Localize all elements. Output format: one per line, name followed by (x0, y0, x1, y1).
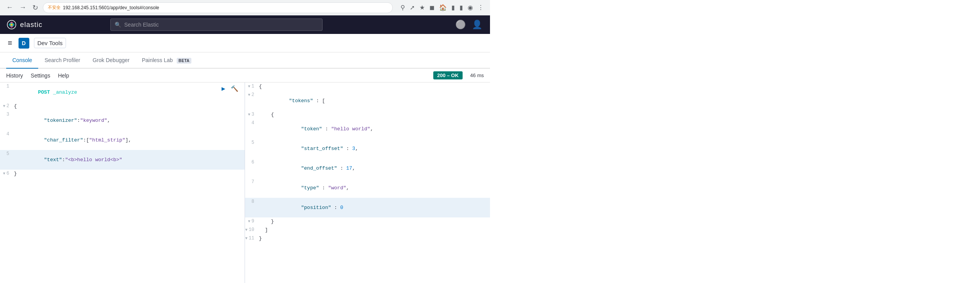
response-line-11: ▼ 11 } (245, 234, 490, 243)
resp-fold-icon-10[interactable]: ▼ (245, 228, 248, 232)
search-icon: 🔍 (115, 22, 121, 28)
resp-line-number-2: ▼ 2 (245, 91, 259, 98)
resp-content-6: "end_offset" : 17, (259, 159, 490, 178)
editor-content-1: POST _analyze (14, 83, 245, 102)
line-number-6: ▼ 6 (0, 170, 14, 176)
response-line-1: ▼ 1 { (245, 83, 490, 91)
resp-content-10: ] (259, 226, 490, 234)
elastic-logo-text: elastic (20, 21, 42, 29)
resp-fold-icon-1[interactable]: ▼ (248, 84, 250, 89)
resp-content-11: } (259, 235, 490, 242)
share-button[interactable]: ➚ (408, 2, 416, 13)
response-pane: ▼ 1 { ▼ 2 "tokens" : [ ▼ 3 { 4 (245, 83, 490, 283)
layout-button[interactable]: ▮ (458, 2, 465, 13)
search-placeholder: Search Elastic (124, 22, 159, 28)
editor-content-3: "tokenizer":"keyword", (14, 111, 245, 130)
response-line-9: ▼ 9 } (245, 217, 490, 226)
editor-content-2: { (14, 103, 245, 110)
line-number-1: 1 (0, 83, 14, 89)
avatar-circle-button[interactable]: ⚪ (454, 18, 467, 31)
settings-button[interactable]: Settings (31, 72, 51, 79)
bookmark-button[interactable]: ★ (418, 2, 426, 13)
fold-icon-2[interactable]: ▼ (3, 104, 5, 108)
app-title-button[interactable]: Dev Tools (34, 38, 66, 48)
app-nav: ≡ D Dev Tools (0, 34, 490, 52)
resp-line-number-4: 4 (245, 120, 259, 126)
tab-console[interactable]: Console (6, 52, 38, 69)
response-line-5: 5 "start_offset" : 3, (245, 139, 490, 158)
beta-badge: BETA (177, 58, 191, 64)
user-icon-button[interactable]: 👤 (470, 18, 484, 31)
search-button[interactable]: ⚲ (399, 2, 407, 13)
reload-button[interactable]: ↻ (31, 2, 40, 13)
editor-line-4: 4 "char_filter":["html_strip"], (0, 130, 245, 150)
response-line-10: ▼ 10 ] (245, 226, 490, 234)
resp-fold-icon-11[interactable]: ▼ (245, 236, 248, 241)
resp-line-number-1: ▼ 1 (245, 83, 259, 89)
request-editor[interactable]: 1 POST _analyze ▶ 🔨 ▼ 2 { 3 "tokenizer":… (0, 83, 245, 283)
hamburger-menu[interactable]: ≡ (6, 37, 14, 49)
resp-content-5: "start_offset" : 3, (259, 139, 490, 158)
resp-line-number-11: ▼ 11 (245, 235, 259, 241)
puzzle-button[interactable]: ▮ (450, 2, 456, 13)
response-line-3: ▼ 3 { (245, 111, 490, 119)
elastic-header: elastic 🔍 Search Elastic ⚪ 👤 (0, 15, 490, 34)
resp-line-number-6: 6 (245, 159, 259, 165)
extension-button[interactable]: ◼ (428, 2, 436, 13)
resp-content-9: } (259, 218, 490, 225)
editor-content-5: "text":"<b>hello world<b>" (14, 150, 245, 169)
resp-line-number-3: ▼ 3 (245, 111, 259, 117)
resp-line-number-5: 5 (245, 139, 259, 145)
resp-fold-icon-3[interactable]: ▼ (248, 113, 250, 117)
editor-line-5: 5 "text":"<b>hello world<b>" (0, 150, 245, 170)
response-line-2: ▼ 2 "tokens" : [ (245, 91, 490, 111)
back-button[interactable]: ← (5, 2, 15, 13)
help-button[interactable]: Help (58, 72, 69, 79)
svg-point-3 (10, 24, 13, 26)
time-badge: 46 ms (470, 72, 484, 78)
resp-line-number-10: ▼ 10 (245, 226, 259, 232)
forward-button[interactable]: → (18, 2, 28, 13)
address-text: 192.168.245.151:5601/app/dev_tools#/cons… (63, 5, 159, 10)
editor-line-2: ▼ 2 { (0, 102, 245, 111)
app-badge: D (19, 38, 29, 49)
elastic-search-bar[interactable]: 🔍 Search Elastic (110, 19, 323, 31)
address-bar[interactable]: 不安全 192.168.245.151:5601/app/dev_tools#/… (43, 2, 393, 13)
resp-fold-icon-2[interactable]: ▼ (248, 93, 250, 97)
browser-bar: ← → ↻ 不安全 192.168.245.151:5601/app/dev_t… (0, 0, 490, 15)
status-badge: 200 – OK (433, 71, 463, 79)
resp-content-2: "tokens" : [ (259, 91, 490, 110)
editor-actions: ▶ 🔨 (220, 84, 240, 93)
line-number-4: 4 (0, 131, 14, 137)
tab-grok-debugger[interactable]: Grok Debugger (86, 52, 136, 69)
tab-search-profiler[interactable]: Search Profiler (38, 52, 86, 69)
resp-content-1: { (259, 83, 490, 90)
browser-actions: ⚲ ➚ ★ ◼ 🏠 ▮ ▮ ◉ ⋮ (399, 2, 485, 13)
resp-line-number-8: 8 (245, 198, 259, 204)
translate-button[interactable]: 🏠 (438, 2, 448, 13)
wrench-icon[interactable]: 🔨 (229, 84, 240, 93)
history-button[interactable]: History (6, 72, 23, 79)
line-number-5: 5 (0, 150, 14, 157)
elastic-header-right: ⚪ 👤 (454, 18, 484, 31)
resp-fold-icon-9[interactable]: ▼ (248, 219, 250, 224)
resp-content-4: "token" : "hello world", (259, 120, 490, 138)
more-button[interactable]: ⋮ (476, 2, 485, 13)
resp-content-8: "position" : 0 (259, 198, 490, 217)
editor-content-4: "char_filter":["html_strip"], (14, 131, 245, 150)
editor-content-6: } (14, 170, 245, 177)
toolbar: History Settings Help 200 – OK 46 ms (0, 69, 490, 83)
line-number-3: 3 (0, 111, 14, 117)
run-icon[interactable]: ▶ (220, 84, 227, 93)
resp-line-number-7: 7 (245, 179, 259, 185)
tab-painless-lab[interactable]: Painless Lab BETA (136, 52, 198, 69)
response-line-8: 8 "position" : 0 (245, 198, 490, 217)
editor-line-6: ▼ 6 } (0, 170, 245, 178)
elastic-logo[interactable]: elastic (6, 19, 42, 30)
elastic-logo-icon (6, 19, 17, 30)
editor-container: 1 POST _analyze ▶ 🔨 ▼ 2 { 3 "tokenizer":… (0, 83, 490, 283)
account-button[interactable]: ◉ (466, 2, 475, 13)
resp-content-3: { (259, 111, 490, 118)
response-line-4: 4 "token" : "hello world", (245, 119, 490, 139)
fold-icon-6[interactable]: ▼ (3, 172, 5, 176)
